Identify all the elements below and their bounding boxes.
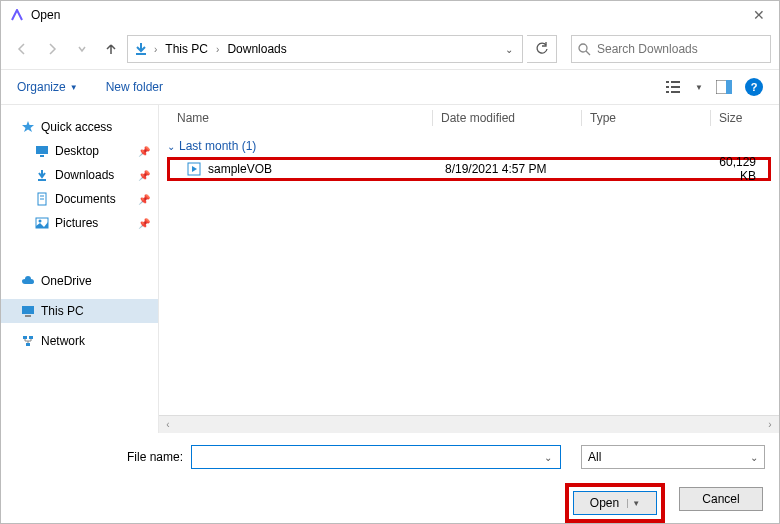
cancel-button[interactable]: Cancel — [679, 487, 763, 511]
column-headers[interactable]: Name Date modified Type Size — [159, 105, 779, 131]
close-button[interactable]: ✕ — [747, 7, 771, 23]
sidebar-item-network[interactable]: Network — [1, 329, 158, 353]
window-title: Open — [31, 8, 747, 22]
preview-pane-button[interactable] — [713, 76, 735, 98]
svg-rect-12 — [40, 155, 44, 157]
pin-icon: 📌 — [138, 170, 150, 181]
svg-rect-21 — [23, 336, 27, 339]
svg-rect-6 — [671, 86, 680, 88]
file-name: sampleVOB — [208, 162, 445, 176]
nav-up-button[interactable] — [99, 37, 123, 61]
svg-rect-23 — [26, 343, 30, 346]
file-date: 8/19/2021 4:57 PM — [445, 162, 585, 176]
search-input[interactable] — [597, 42, 764, 56]
open-label: Open — [590, 496, 619, 510]
pin-icon: 📌 — [138, 194, 150, 205]
chevron-down-icon: ⌄ — [167, 141, 175, 152]
svg-rect-22 — [29, 336, 33, 339]
sidebar-item-this-pc[interactable]: This PC — [1, 299, 158, 323]
scroll-track[interactable] — [177, 417, 761, 433]
sidebar-item-label: Quick access — [41, 120, 112, 134]
pin-icon: 📌 — [138, 218, 150, 229]
chevron-down-icon: ▼ — [70, 83, 78, 92]
sidebar-item-documents[interactable]: Documents 📌 — [1, 187, 158, 211]
help-button[interactable]: ? — [745, 78, 763, 96]
sidebar-item-label: Desktop — [55, 144, 99, 158]
pictures-icon — [35, 216, 49, 230]
cloud-icon — [21, 274, 35, 288]
sidebar-item-quick-access[interactable]: Quick access — [1, 115, 158, 139]
pin-icon: 📌 — [138, 146, 150, 157]
svg-rect-13 — [38, 179, 46, 181]
filter-label: All — [588, 450, 601, 464]
breadcrumb-root[interactable]: This PC — [161, 40, 212, 58]
documents-icon — [35, 192, 49, 206]
svg-rect-8 — [671, 91, 680, 93]
view-options-button[interactable] — [663, 76, 685, 98]
open-button[interactable]: Open ▼ — [573, 491, 657, 515]
svg-point-18 — [39, 220, 42, 223]
sidebar-item-pictures[interactable]: Pictures 📌 — [1, 211, 158, 235]
scroll-right-button[interactable]: › — [761, 416, 779, 434]
svg-rect-3 — [666, 81, 669, 83]
filename-combobox[interactable]: ⌄ — [191, 445, 561, 469]
new-folder-button[interactable]: New folder — [106, 80, 163, 94]
svg-rect-11 — [36, 146, 48, 154]
sidebar-item-label: Documents — [55, 192, 116, 206]
nav-forward-button[interactable] — [39, 36, 65, 62]
svg-rect-19 — [22, 306, 34, 314]
address-dropdown[interactable]: ⌄ — [500, 36, 518, 62]
sidebar-item-label: Pictures — [55, 216, 98, 230]
downloads-icon — [35, 168, 49, 182]
svg-rect-20 — [25, 315, 31, 317]
file-size: 60,129 KB — [705, 155, 762, 183]
refresh-button[interactable] — [527, 35, 557, 63]
nav-back-button[interactable] — [9, 36, 35, 62]
column-name[interactable]: Name — [177, 111, 432, 125]
horizontal-scrollbar[interactable]: ‹ › — [159, 415, 779, 433]
svg-rect-7 — [666, 91, 669, 93]
star-icon — [21, 120, 35, 134]
chevron-right-icon: › — [154, 44, 157, 55]
cancel-label: Cancel — [702, 492, 739, 506]
chevron-down-icon[interactable]: ▼ — [695, 83, 703, 92]
nav-recent-dropdown[interactable] — [69, 36, 95, 62]
breadcrumb-folder[interactable]: Downloads — [223, 40, 290, 58]
svg-rect-10 — [726, 80, 732, 94]
new-folder-label: New folder — [106, 80, 163, 94]
sidebar-item-label: This PC — [41, 304, 84, 318]
file-group-header[interactable]: ⌄ Last month (1) — [159, 131, 779, 157]
chevron-down-icon[interactable]: ⌄ — [540, 452, 556, 463]
sidebar-item-desktop[interactable]: Desktop 📌 — [1, 139, 158, 163]
sidebar-item-label: Downloads — [55, 168, 114, 182]
search-icon — [578, 43, 591, 56]
column-date[interactable]: Date modified — [441, 111, 581, 125]
chevron-down-icon: ⌄ — [750, 452, 758, 463]
organize-button[interactable]: Organize ▼ — [17, 80, 78, 94]
file-group-label: Last month (1) — [179, 139, 256, 153]
downloads-folder-icon — [132, 40, 150, 58]
scroll-left-button[interactable]: ‹ — [159, 416, 177, 434]
app-icon — [9, 7, 25, 23]
address-bar[interactable]: › This PC › Downloads ⌄ — [127, 35, 523, 63]
organize-label: Organize — [17, 80, 66, 94]
filename-label: File name: — [15, 450, 183, 464]
search-box[interactable] — [571, 35, 771, 63]
file-type-filter[interactable]: All ⌄ — [581, 445, 765, 469]
sidebar-item-downloads[interactable]: Downloads 📌 — [1, 163, 158, 187]
nav-sidebar: Quick access Desktop 📌 Downloads 📌 Docum… — [1, 105, 159, 433]
network-icon — [21, 334, 35, 348]
sidebar-item-onedrive[interactable]: OneDrive — [1, 269, 158, 293]
chevron-down-icon[interactable]: ▼ — [627, 499, 640, 508]
pc-icon — [21, 304, 35, 318]
filename-input[interactable] — [196, 450, 540, 464]
svg-rect-0 — [136, 53, 146, 55]
svg-point-1 — [579, 44, 587, 52]
column-size[interactable]: Size — [719, 111, 769, 125]
svg-line-2 — [586, 51, 590, 55]
sidebar-item-label: OneDrive — [41, 274, 92, 288]
column-type[interactable]: Type — [590, 111, 710, 125]
svg-rect-5 — [666, 86, 669, 88]
open-button-highlight: Open ▼ — [565, 483, 665, 523]
file-row[interactable]: sampleVOB 8/19/2021 4:57 PM 60,129 KB — [167, 157, 771, 181]
